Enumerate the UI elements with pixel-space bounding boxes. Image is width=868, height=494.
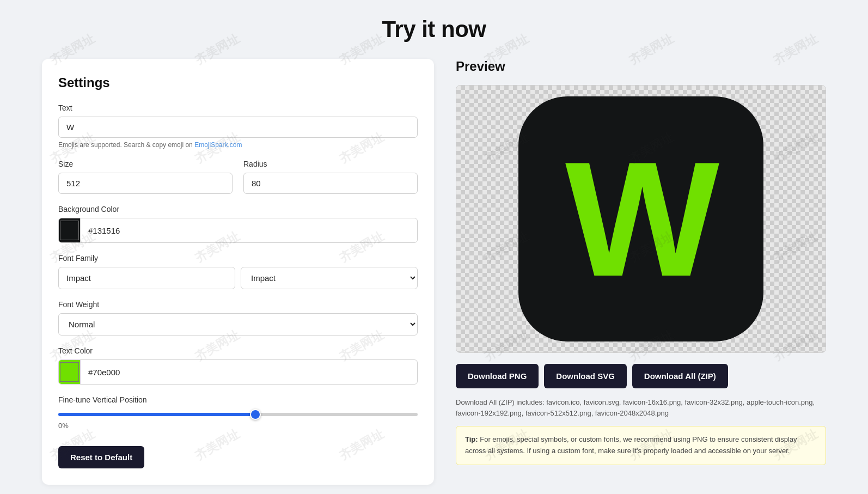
bg-color-text[interactable] (81, 221, 417, 241)
font-family-label: Font Family (58, 254, 418, 263)
settings-heading: Settings (58, 75, 418, 90)
text-hint: Emojis are supported. Search & copy emoj… (58, 141, 418, 149)
download-info: Download All (ZIP) includes: favicon.ico… (456, 397, 826, 418)
download-png-button[interactable]: Download PNG (456, 364, 539, 388)
preview-heading: Preview (456, 59, 826, 74)
size-input[interactable] (58, 173, 233, 194)
download-svg-button[interactable]: Download SVG (544, 364, 627, 388)
font-family-select[interactable]: Impact Arial Georgia Verdana Times New R… (241, 267, 418, 289)
preview-panel: Preview W Download PNG Download SVG Down… (434, 59, 826, 485)
page-title: Try it now (11, 16, 857, 42)
vertical-position-group: Fine-tune Vertical Position 0% (58, 395, 418, 430)
size-label: Size (58, 160, 233, 168)
radius-label: Radius (243, 160, 418, 168)
slider-value: 0% (58, 422, 418, 430)
slider-container (58, 408, 418, 418)
vertical-position-slider[interactable] (58, 413, 418, 416)
page-header: Try it now (0, 0, 868, 53)
tip-label: Tip: (465, 435, 478, 443)
bg-color-swatch[interactable] (59, 218, 81, 242)
icon-preview: W (518, 96, 763, 341)
reset-button[interactable]: Reset to Default (58, 446, 144, 468)
font-weight-group: Font Weight Normal Bold Light Thin (58, 300, 418, 336)
font-family-input[interactable] (58, 267, 235, 289)
bg-color-group: Background Color (58, 205, 418, 243)
download-buttons: Download PNG Download SVG Download All (… (456, 364, 826, 388)
text-field-group: Text Emojis are supported. Search & copy… (58, 103, 418, 149)
main-container: Settings Text Emojis are supported. Sear… (26, 53, 842, 494)
tip-box: Tip: For emojis, special symbols, or cus… (456, 426, 826, 465)
text-color-input-row (58, 359, 418, 385)
text-color-swatch[interactable] (59, 360, 81, 384)
icon-letter: W (565, 137, 717, 301)
bg-color-label: Background Color (58, 205, 418, 214)
text-input[interactable] (58, 117, 418, 138)
tip-text: For emojis, special symbols, or custom f… (465, 435, 797, 455)
size-field-group: Size (58, 160, 233, 194)
vertical-position-label: Fine-tune Vertical Position (58, 395, 418, 404)
text-color-group: Text Color (58, 346, 418, 385)
radius-input[interactable] (243, 173, 418, 194)
text-color-label: Text Color (58, 346, 418, 355)
font-weight-label: Font Weight (58, 300, 418, 309)
font-family-group: Font Family Impact Arial Georgia Verdana… (58, 254, 418, 289)
bg-color-input-row (58, 218, 418, 243)
emoji-link[interactable]: EmojiSpark.com (194, 141, 242, 149)
size-radius-row: Size Radius (58, 160, 418, 205)
radius-field-group: Radius (243, 160, 418, 194)
font-weight-select[interactable]: Normal Bold Light Thin (58, 313, 418, 336)
text-label: Text (58, 103, 418, 112)
text-color-text[interactable] (81, 362, 417, 382)
font-family-row: Impact Arial Georgia Verdana Times New R… (58, 267, 418, 289)
download-all-button[interactable]: Download All (ZIP) (632, 364, 728, 388)
preview-icon-container: W (456, 85, 826, 353)
settings-panel: Settings Text Emojis are supported. Sear… (42, 59, 434, 485)
